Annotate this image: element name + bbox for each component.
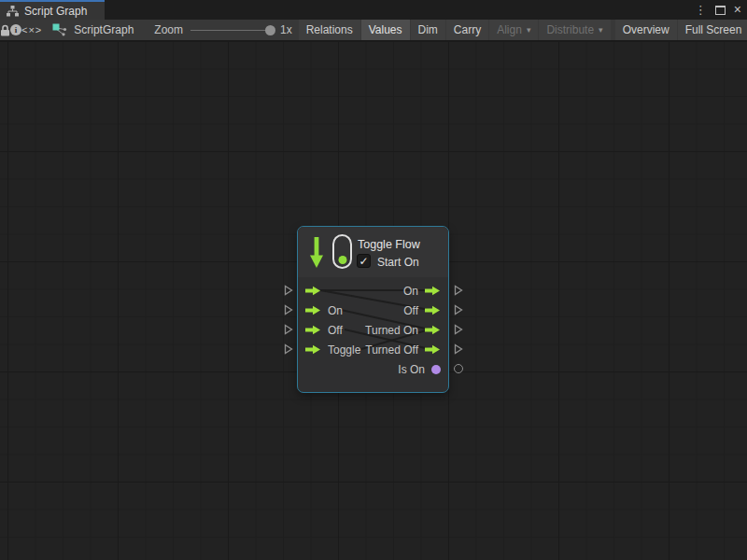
port-row: Is On	[298, 359, 448, 379]
input-port-off[interactable]: Off	[305, 320, 343, 340]
flow-arrow-icon	[425, 325, 441, 335]
graph-toolbar: i <×> ScriptGraph Zoom 1x	[0, 20, 747, 41]
input-connector-enter[interactable]	[284, 285, 293, 296]
graph-identity: ScriptGraph	[52, 20, 134, 40]
port-row: Off Turned On	[298, 320, 448, 340]
values-button[interactable]: Values	[361, 20, 410, 40]
lock-icon	[0, 24, 10, 36]
zoom-value: 1x	[280, 23, 292, 36]
flow-arrow-icon	[305, 325, 321, 335]
start-on-label: Start On	[377, 256, 419, 269]
port-label: Off	[328, 324, 343, 337]
script-graph-window: Script Graph ⋮ × i <×>	[0, 0, 747, 560]
chevron-down-icon: ▾	[599, 25, 603, 35]
window-menu-icon[interactable]: ⋮	[693, 0, 709, 20]
output-connector-is-on[interactable]	[454, 364, 463, 373]
input-port-on[interactable]: On	[305, 301, 343, 320]
maximize-icon[interactable]	[715, 6, 726, 15]
output-port-off[interactable]: Off	[403, 301, 441, 320]
output-port-is-on[interactable]: Is On	[398, 359, 441, 379]
start-on-checkbox[interactable]: ✓	[357, 254, 371, 268]
zoom-slider[interactable]	[190, 25, 275, 35]
input-connector-toggle[interactable]	[284, 343, 293, 355]
align-label: Align	[497, 23, 522, 36]
port-label: Toggle	[328, 343, 360, 357]
output-connector-turned-off[interactable]	[454, 343, 463, 355]
output-connector-off[interactable]	[454, 304, 463, 315]
node-header: Toggle Flow ✓ Start On	[298, 227, 448, 277]
full-screen-button[interactable]: Full Screen	[678, 20, 747, 40]
distribute-dropdown[interactable]: Distribute ▾	[539, 20, 610, 40]
port-label: Turned Off	[365, 343, 418, 357]
input-connector-off[interactable]	[284, 324, 293, 335]
chevron-down-icon: ▾	[527, 25, 531, 35]
port-row: Toggle Turned Off	[298, 340, 448, 359]
tab-label: Script Graph	[24, 5, 87, 18]
align-dropdown[interactable]: Align ▾	[489, 20, 538, 40]
input-port-toggle[interactable]: Toggle	[305, 340, 360, 359]
overview-button[interactable]: Overview	[615, 20, 677, 40]
toggle-flow-node[interactable]: Toggle Flow ✓ Start On	[297, 226, 449, 393]
port-label: Turned On	[365, 324, 418, 337]
zoom-label: Zoom	[154, 23, 183, 36]
port-row: On Off	[298, 301, 448, 320]
output-connector-on[interactable]	[454, 285, 463, 296]
output-port-turned-on[interactable]: Turned On	[365, 320, 441, 340]
graph-hierarchy-icon	[7, 6, 19, 17]
relations-button[interactable]: Relations	[299, 20, 360, 40]
output-port-turned-off[interactable]: Turned Off	[365, 340, 441, 359]
close-icon[interactable]: ×	[732, 0, 743, 20]
port-label: Off	[403, 304, 418, 317]
input-connector-on[interactable]	[284, 304, 293, 315]
port-label: On	[328, 304, 343, 317]
lock-button[interactable]	[0, 20, 10, 40]
port-row: On	[298, 281, 448, 301]
zoom-slider-handle[interactable]	[265, 25, 275, 35]
dim-button[interactable]: Dim	[411, 20, 445, 40]
carry-button[interactable]: Carry	[446, 20, 488, 40]
title-bar: Script Graph ⋮ ×	[0, 0, 747, 20]
flow-arrow-icon	[305, 344, 321, 355]
flow-arrow-icon	[425, 344, 441, 355]
node-title: Toggle Flow	[358, 238, 420, 251]
code-preview-button[interactable]: <×>	[21, 20, 42, 40]
port-label: Is On	[398, 363, 425, 376]
value-port-icon	[431, 365, 441, 374]
toolbar-buttons: Relations Values Dim Carry Align ▾ Distr…	[299, 20, 747, 40]
distribute-label: Distribute	[546, 23, 594, 36]
port-label: On	[403, 285, 418, 298]
info-icon: i	[10, 24, 21, 35]
graph-name-label: ScriptGraph	[74, 23, 134, 36]
zoom-slider-track	[190, 30, 275, 31]
output-port-on[interactable]: On	[403, 281, 441, 301]
flow-arrow-icon	[305, 305, 321, 315]
flow-arrow-icon	[425, 305, 441, 315]
code-icon: <×>	[21, 24, 42, 35]
script-graph-icon	[52, 23, 67, 36]
info-button[interactable]: i	[10, 20, 21, 40]
flow-arrow-icon	[305, 286, 321, 296]
flow-down-arrow-icon	[307, 235, 326, 270]
graph-canvas[interactable]: Toggle Flow ✓ Start On	[0, 41, 747, 560]
zoom-control: Zoom 1x	[154, 20, 291, 40]
output-connector-turned-on[interactable]	[454, 324, 463, 335]
input-port-enter[interactable]	[305, 281, 328, 301]
toggle-pill-icon	[332, 234, 352, 269]
flow-arrow-icon	[425, 286, 441, 296]
tab-script-graph[interactable]: Script Graph	[0, 0, 105, 20]
toggle-pill-dot	[338, 256, 346, 264]
